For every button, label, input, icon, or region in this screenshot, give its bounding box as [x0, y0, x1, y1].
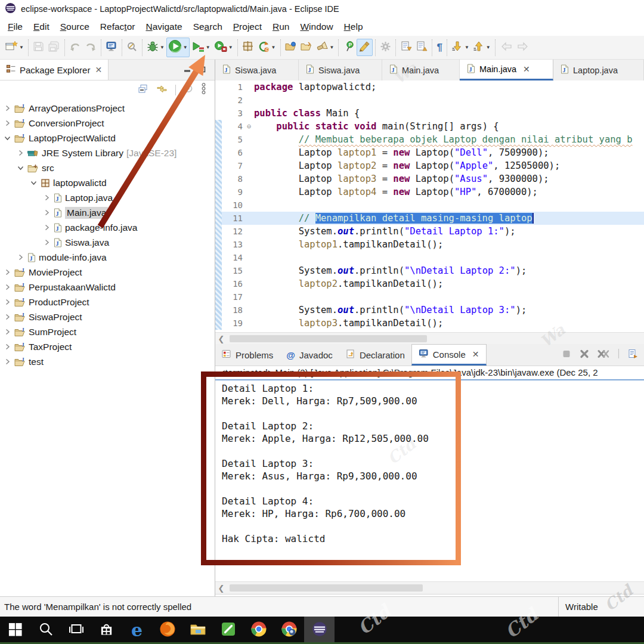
- chevron-right-icon[interactable]: [4, 120, 11, 126]
- tree-item-movieproject[interactable]: JMovieProject: [0, 265, 215, 280]
- chevron-down-icon[interactable]: [4, 135, 11, 141]
- editor-horizontal-scrollbar[interactable]: ❮: [215, 332, 644, 345]
- menu-file[interactable]: File: [2, 20, 28, 34]
- chevron-right-icon[interactable]: [17, 150, 24, 156]
- dropdown-caret-icon[interactable]: ▼: [160, 45, 165, 50]
- chevron-right-icon[interactable]: [43, 224, 51, 231]
- redo-button[interactable]: [83, 39, 98, 56]
- open-console-button[interactable]: [104, 39, 119, 56]
- taskbar-store-button[interactable]: [91, 617, 122, 644]
- menu-window[interactable]: Window: [295, 20, 338, 34]
- chevron-right-icon[interactable]: [4, 105, 11, 112]
- dropdown-caret-icon[interactable]: ▼: [228, 45, 233, 50]
- tab-package-explorer[interactable]: Package Explorer ✕: [0, 60, 109, 80]
- tree-item-package-info-java[interactable]: Jpackage-info.java: [0, 220, 215, 235]
- chevron-right-icon[interactable]: [4, 269, 11, 275]
- scroll-left-icon[interactable]: ❮: [215, 584, 227, 593]
- tree-item-laptopprojectwalictd[interactable]: JLaptopProjectWalictd: [0, 131, 215, 145]
- new-java-project-button[interactable]: [240, 39, 256, 56]
- editor-tab-laptop-java[interactable]: JLaptop.java: [553, 60, 644, 80]
- sort-up-button[interactable]: ▼: [471, 39, 493, 56]
- taskbar-eclipse-button[interactable]: [304, 617, 335, 644]
- taskbar-firefox-button[interactable]: [152, 617, 182, 644]
- dropdown-caret-icon[interactable]: ▼: [465, 45, 469, 50]
- next-annotation-button[interactable]: [398, 39, 414, 56]
- menu-search[interactable]: Search: [188, 20, 228, 34]
- menu-navigate[interactable]: Navigate: [140, 20, 187, 34]
- tree-item-laptop-java[interactable]: JLaptop.java: [0, 190, 215, 205]
- chevron-right-icon[interactable]: [43, 239, 51, 246]
- console-tab-javadoc[interactable]: @Javadoc: [280, 344, 339, 366]
- last-edit-location-button[interactable]: [125, 39, 140, 56]
- chevron-right-icon[interactable]: [17, 254, 24, 261]
- menu-edit[interactable]: Edit: [28, 20, 55, 34]
- editor-tab-main-java[interactable]: JMain.java: [382, 60, 460, 80]
- chevron-right-icon[interactable]: [4, 343, 11, 350]
- scroll-left-icon[interactable]: ❮: [215, 335, 227, 343]
- console-horizontal-scrollbar[interactable]: ❮: [215, 581, 644, 595]
- console-tab-console[interactable]: Console✕: [411, 344, 487, 366]
- mark-occurrences-button[interactable]: [357, 39, 373, 56]
- menu-source[interactable]: Source: [55, 20, 95, 34]
- maximize-view-icon[interactable]: [198, 64, 206, 75]
- remove-launch-button[interactable]: [580, 349, 589, 361]
- chevron-down-icon[interactable]: [30, 179, 38, 186]
- save-all-button[interactable]: [46, 39, 62, 56]
- tree-item-perpustakaanwalictd[interactable]: JPerpustakaanWalictd: [0, 280, 215, 295]
- editor-tab-siswa-java[interactable]: JSiswa.java: [215, 60, 299, 80]
- gear-button[interactable]: [378, 39, 393, 56]
- close-tab-icon[interactable]: ✕: [523, 64, 530, 74]
- dropdown-caret-icon[interactable]: ▼: [486, 45, 491, 50]
- remove-all-launches-button[interactable]: [597, 349, 609, 361]
- dropdown-caret-icon[interactable]: ▼: [206, 45, 210, 50]
- chevron-right-icon[interactable]: [4, 284, 11, 290]
- taskbar-chrome-alt-button[interactable]: [274, 617, 304, 644]
- tree-item-jre-system-library[interactable]: JRE System Library [JavaSE-23]: [0, 145, 215, 160]
- chevron-right-icon[interactable]: [4, 299, 11, 305]
- menu-refactor[interactable]: Refactor: [95, 20, 141, 34]
- show-whitespace-button[interactable]: ¶: [435, 41, 444, 55]
- dropdown-caret-icon[interactable]: ▼: [183, 45, 188, 50]
- chevron-down-icon[interactable]: [17, 165, 24, 171]
- scrollbar-thumb[interactable]: [230, 335, 427, 342]
- pin-location-button[interactable]: P: [341, 39, 357, 56]
- save-button[interactable]: [31, 39, 46, 56]
- coverage-button[interactable]: ▼: [190, 39, 212, 57]
- link-with-editor-icon[interactable]: [156, 84, 168, 96]
- tree-item-main-java[interactable]: JMain.java: [0, 205, 215, 220]
- view-menu-icon[interactable]: [201, 83, 206, 97]
- run-button[interactable]: ▼: [166, 38, 190, 57]
- menu-help[interactable]: Help: [339, 20, 369, 34]
- tree-item-test[interactable]: Jtest: [0, 354, 215, 369]
- collapse-all-icon[interactable]: [138, 84, 148, 96]
- open-resource-button[interactable]: [299, 39, 314, 55]
- forward-button[interactable]: [515, 39, 531, 56]
- menu-run[interactable]: Run: [267, 20, 295, 34]
- tree-item-taxproject[interactable]: JTaxProject: [0, 339, 215, 354]
- editor-tab-main-java[interactable]: JMain.java✕: [460, 60, 553, 80]
- close-tab-icon[interactable]: ✕: [472, 349, 479, 359]
- tree-item-module-info-java[interactable]: Jmodule-info.java: [0, 250, 215, 265]
- tree-item-siswaproject[interactable]: JSiswaProject: [0, 309, 215, 324]
- new-wizard-button[interactable]: ▼: [4, 39, 26, 56]
- taskbar-file-explorer-button[interactable]: [182, 617, 213, 644]
- debug-button[interactable]: ▼: [145, 39, 166, 56]
- terminate-square-button[interactable]: [562, 349, 571, 361]
- dropdown-caret-icon[interactable]: ▼: [19, 45, 24, 50]
- taskbar-win-start-button[interactable]: [0, 617, 30, 644]
- tree-item-laptopwalictd[interactable]: laptopwalictd: [0, 175, 215, 190]
- editor-tab-siswa-java[interactable]: JSiswa.java: [299, 60, 382, 80]
- pin-console-button[interactable]: [628, 349, 638, 361]
- scrollbar-thumb[interactable]: [230, 584, 423, 592]
- chevron-right-icon[interactable]: [43, 194, 51, 201]
- tree-item-siswa-java[interactable]: JSiswa.java: [0, 235, 215, 250]
- tree-item-conversionproject[interactable]: JConversionProject: [0, 116, 215, 131]
- taskbar-green-app-button[interactable]: [213, 617, 243, 644]
- taskbar-edge-button[interactable]: e: [122, 617, 152, 644]
- taskbar-task-view-button[interactable]: [61, 617, 91, 644]
- tree-item-productproject[interactable]: JProductProject: [0, 295, 215, 309]
- console-output[interactable]: Detail Laptop 1:Merek: Dell, Harga: Rp7,…: [222, 382, 429, 545]
- code-editor[interactable]: 1package laptopwalictd;23public class Ma…: [215, 80, 644, 332]
- chevron-right-icon[interactable]: [43, 209, 51, 216]
- tree-item-src[interactable]: src: [0, 160, 215, 175]
